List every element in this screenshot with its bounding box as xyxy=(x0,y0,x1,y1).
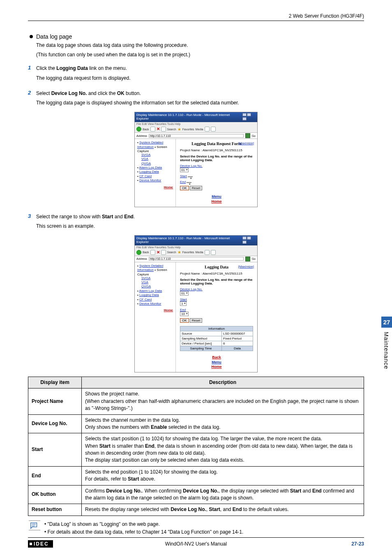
table-row-item: End xyxy=(28,466,82,485)
table-header-item: Display item xyxy=(28,377,82,388)
step-number: 2 xyxy=(28,90,36,109)
step-2-line: Select Device Log No. and click the OK b… xyxy=(36,90,364,97)
footer-title: WindO/I-NV2 User's Manual xyxy=(165,541,227,547)
window-buttons xyxy=(242,113,256,121)
figure-sidebar: • System Detailed Information • Screen C… xyxy=(135,139,176,206)
reset-button-fig: Reset xyxy=(190,186,203,190)
chapter-tab: 27 Maintenance xyxy=(381,317,392,369)
figure-request-form: Display Maintenance 10.1.7.110 - Run Mod… xyxy=(134,112,258,207)
footer-page: 27-23 xyxy=(351,541,364,547)
table-row-desc: Shows the project name.(When characters … xyxy=(82,388,364,414)
table-row-desc: Resets the display range selected with D… xyxy=(82,504,364,516)
note-line: • "Data Log" is shown as "Logging" on th… xyxy=(44,520,243,528)
table-row-desc: Selects the channel number in the data l… xyxy=(82,414,364,433)
favorites-icon: ★ xyxy=(178,127,181,132)
step-2-result: The logging data page is displayed showi… xyxy=(36,99,364,107)
bullet-icon xyxy=(30,35,33,38)
note-box: • "Data Log" is shown as "Logging" on th… xyxy=(28,519,364,537)
table-header-desc: Description xyxy=(82,377,364,388)
chapter-number: 27 xyxy=(381,317,392,328)
browser-toolbar: Back ✕ Search★Favorites Media xyxy=(135,126,257,133)
ok-button-fig: OK xyxy=(180,186,189,190)
step-number: 3 xyxy=(28,213,36,232)
table-row-item: Device Log No. xyxy=(28,414,82,433)
table-row-item: Reset button xyxy=(28,504,82,516)
window-title: Display Maintenance 10.1.7.110 - Run Mod… xyxy=(136,236,242,245)
table-row-desc: Selects the start position (1 to 1024) f… xyxy=(82,433,364,467)
step-1-line: Click the Logging Data link on the menu. xyxy=(36,65,364,72)
table-row-desc: Selects the end position (1 to 1024) for… xyxy=(82,466,364,485)
go-icon xyxy=(245,133,250,138)
step-1-result: The logging data request form is display… xyxy=(36,74,364,82)
figure-logging-data: Display Maintenance 10.1.7.110 - Run Mod… xyxy=(134,235,258,372)
browser-menubar: File Edit View Favorites Tools Help xyxy=(135,122,257,126)
window-title: Display Maintenance 10.1.7.110 - Run Mod… xyxy=(136,113,242,121)
table-row-item: Project Name xyxy=(28,388,82,414)
step-3-line: Select the range to show with Start and … xyxy=(36,213,364,221)
stop-icon: ✕ xyxy=(157,127,160,131)
window-buttons xyxy=(242,236,256,245)
info-table: Information SourceLSD 00000007 Sampling … xyxy=(180,326,253,351)
description-table: Display item Description Project NameSho… xyxy=(28,377,364,516)
note-line: • For details about the data log data, r… xyxy=(44,528,243,536)
back-icon xyxy=(136,127,141,132)
step-number: 1 xyxy=(28,65,36,83)
step-3-result: This screen is an example. xyxy=(36,222,364,230)
maximize-link: [Maximize] xyxy=(238,141,254,145)
intro-line-1: The data log page shows data log data us… xyxy=(36,42,364,49)
section-title: Data log page xyxy=(36,33,72,40)
table-row-item: OK button xyxy=(28,485,82,504)
table-row-item: Start xyxy=(28,433,82,467)
note-icon xyxy=(29,520,40,530)
footer-brand: IDEC xyxy=(28,540,53,548)
address-bar: Address http://10.1.7.110 Go xyxy=(135,133,257,139)
intro-line-2: (This function can only be used when the… xyxy=(36,51,364,59)
page-header: 2 Web Server Function (HG3F/4F) xyxy=(28,13,364,21)
chapter-title: Maintenance xyxy=(381,328,391,369)
table-row-desc: Confirms Device Log No.. When confirming… xyxy=(82,485,364,504)
